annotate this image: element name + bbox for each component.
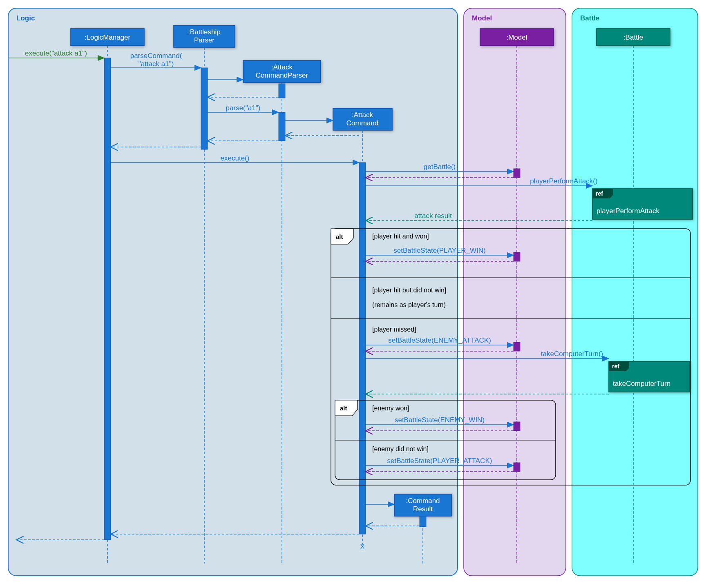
svg-text:ref: ref (596, 190, 603, 197)
guard-enemynotwon: [enemy did not win] (372, 445, 429, 452)
svg-text:CommandParser: CommandParser (256, 71, 308, 79)
svg-text:parseCommand(: parseCommand( (130, 52, 182, 60)
svg-text::Attack: :Attack (352, 111, 373, 119)
svg-text::Battle: :Battle (623, 33, 643, 41)
svg-text:parse("a1"): parse("a1") (226, 104, 261, 112)
svg-text:alt: alt (340, 405, 347, 412)
region-model (464, 8, 566, 576)
region-model-label: Model (472, 14, 492, 22)
region-battle-label: Battle (580, 14, 599, 22)
note-remains: (remains as player's turn) (372, 301, 446, 308)
svg-text:Command: Command (346, 119, 378, 127)
region-logic-label: Logic (16, 14, 35, 22)
svg-text:setBattleState(ENEMY_WIN): setBattleState(ENEMY_WIN) (395, 416, 485, 424)
svg-text::Command: :Command (406, 497, 440, 505)
svg-rect-70 (514, 463, 520, 472)
svg-text:getBattle(): getBattle() (424, 163, 456, 171)
activation-logicmanager (104, 58, 111, 540)
svg-text:"attack a1"): "attack a1") (139, 60, 174, 68)
svg-text:Result: Result (413, 505, 433, 513)
ref-takecomputerturn: ref takeComputerTurn (609, 361, 690, 392)
sequence-diagram: Logic Model Battle :LogicManager :Battle… (0, 0, 706, 588)
svg-text::LogicManager: :LogicManager (85, 33, 131, 41)
svg-text::Battleship: :Battleship (188, 28, 220, 36)
guard-enemywon: [enemy won] (372, 405, 409, 412)
activation-attackcommand (359, 163, 366, 534)
guard-playerhitnotwon: [player hit but did not win] (372, 287, 446, 294)
guard-playerhitwon: [player hit and won] (372, 233, 429, 240)
svg-text:playerPerformAttack(): playerPerformAttack() (530, 177, 597, 185)
svg-text:ref: ref (612, 363, 619, 370)
svg-text:setBattleState(ENEMY_ATTACK): setBattleState(ENEMY_ATTACK) (388, 336, 491, 344)
guard-playermissed: [player missed] (372, 326, 416, 333)
svg-text:execute("attack a1"): execute("attack a1") (25, 49, 87, 57)
svg-rect-66 (514, 422, 520, 431)
svg-rect-55 (514, 342, 520, 351)
svg-text:execute(): execute() (221, 154, 250, 162)
activation-battleshipparser (201, 68, 208, 149)
svg-text:alt: alt (336, 233, 343, 240)
activation-attackparser-1 (279, 84, 285, 98)
svg-text:takeComputerTurn: takeComputerTurn (613, 380, 670, 388)
svg-text:setBattleState(PLAYER_ATTACK): setBattleState(PLAYER_ATTACK) (387, 457, 492, 465)
region-battle (572, 8, 698, 576)
svg-text:playerPerformAttack: playerPerformAttack (597, 207, 659, 215)
svg-text:attack result: attack result (414, 212, 452, 220)
svg-text:takeComputerTurn(): takeComputerTurn() (541, 350, 603, 358)
svg-text::Model: :Model (506, 33, 527, 41)
ref-playerperformattack: ref playerPerformAttack (592, 189, 693, 219)
svg-rect-76 (420, 516, 426, 527)
destroy-x: X (360, 543, 365, 551)
activation-attackparser-2 (279, 112, 285, 141)
svg-text:Parser: Parser (194, 36, 214, 44)
svg-rect-38 (514, 169, 520, 178)
svg-text::Attack: :Attack (271, 63, 293, 71)
svg-rect-51 (514, 252, 520, 261)
svg-text:setBattleState(PLAYER_WIN): setBattleState(PLAYER_WIN) (393, 247, 486, 254)
